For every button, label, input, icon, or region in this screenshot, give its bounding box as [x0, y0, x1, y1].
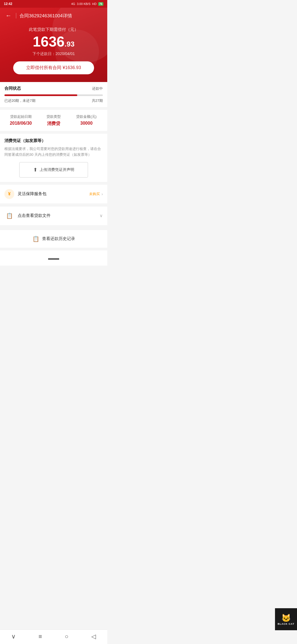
schedule-row[interactable]: ▬▬	[0, 250, 107, 266]
header-section: ← 合同3629246361004详情 此笔贷款下期需偿付（元） 1636.93…	[0, 8, 107, 82]
contract-status-header: 合同状态 还款中	[0, 82, 107, 93]
history-icon: 📋	[32, 236, 39, 242]
repayment-status-tag: 还款中	[92, 86, 103, 91]
nav-row: ← 合同3629246361004详情	[4, 8, 103, 23]
amount-integer: 1636	[33, 34, 65, 50]
loan-start-date-label: 贷款起始日期	[4, 114, 37, 119]
status-time: 12:42	[4, 2, 12, 6]
loan-type-value: 消费贷	[37, 121, 70, 127]
voucher-description: 根据法规要求，我公司需要对您的贷款用途进行核查，请在合同签署成功后的30 天内上…	[4, 146, 103, 158]
upload-icon: ⬆	[33, 167, 37, 173]
document-icon: 📋	[6, 212, 13, 219]
nav-divider	[16, 13, 16, 18]
amount-decimal: .93	[65, 40, 75, 48]
page-title: 合同3629246361004详情	[20, 13, 72, 19]
progress-bar-background	[4, 94, 103, 96]
chevron-right-icon: ›	[101, 192, 103, 196]
progress-paid-label: 已还20期，未还7期	[4, 98, 35, 103]
schedule-icon: ▬▬	[48, 255, 59, 261]
loan-amount-col: 贷款金额(元) 30000	[70, 114, 103, 127]
history-label: 查看还款历史记录	[42, 236, 75, 241]
loan-amount-value: 30000	[70, 121, 103, 126]
loan-amount-label: 贷款金额(元)	[70, 114, 103, 119]
document-row[interactable]: 📋 点击查看贷款文件 ∨	[0, 206, 107, 225]
document-row-label: 点击查看贷款文件	[18, 213, 100, 218]
status-bar: 12:42 4G 3.00 KB/S HD 76	[0, 0, 107, 8]
bottom-padding	[0, 268, 107, 285]
chevron-down-icon: ∨	[100, 213, 103, 218]
history-row[interactable]: 📋 查看还款历史记录	[0, 230, 107, 248]
loan-start-date-value: 2018/06/30	[4, 121, 37, 126]
amount-display: 1636.93	[4, 34, 103, 49]
signal-indicator: 4G	[71, 2, 75, 6]
section-gap	[0, 228, 107, 230]
progress-total-label: 共27期	[92, 98, 103, 103]
quality-indicator: HD	[92, 2, 97, 6]
loan-info-row: 贷款起始日期 2018/06/30 贷款类型 消费贷 贷款金额(元) 30000	[0, 110, 107, 131]
voucher-section: 消费凭证（如发票等） 根据法规要求，我公司需要对您的贷款用途进行核查，请在合同签…	[0, 134, 107, 182]
contract-status-title: 合同状态	[4, 86, 21, 91]
loan-type-col: 贷款类型 消费贷	[37, 114, 70, 127]
service-package-icon-wrap: ¥	[4, 189, 14, 199]
due-date-label: 下个还款日：2020/04/01	[4, 51, 103, 56]
status-right: 4G 3.00 KB/S HD 76	[71, 2, 103, 6]
contract-status-section: 合同状态 还款中 已还20期，未还7期 共27期	[0, 82, 107, 107]
upload-button-label: 上传消费凭证并声明	[40, 167, 74, 172]
battery-indicator: 76	[98, 2, 103, 6]
yuan-icon: ¥	[8, 192, 11, 197]
back-button[interactable]: ←	[4, 11, 13, 20]
header-subtitle: 此笔贷款下期需偿付（元）	[4, 27, 103, 32]
upload-voucher-button[interactable]: ⬆ 上传消费凭证并声明	[19, 162, 88, 178]
document-icon-wrap: 📋	[4, 211, 14, 221]
voucher-title: 消费凭证（如发票等）	[4, 138, 103, 143]
service-package-status: 未购买	[89, 192, 100, 197]
service-package-label: 灵活保障服务包	[18, 191, 89, 197]
progress-bar-fill	[4, 94, 77, 96]
speed-indicator: 3.00 KB/S	[77, 2, 90, 6]
loan-type-label: 贷款类型	[37, 114, 70, 119]
service-package-row[interactable]: ¥ 灵活保障服务包 未购买 ›	[0, 185, 107, 203]
repay-all-button[interactable]: 立即偿付所有合同 ¥1636.93	[13, 61, 94, 74]
loan-start-date-col: 贷款起始日期 2018/06/30	[4, 114, 37, 127]
progress-info: 已还20期，未还7期 共27期	[0, 98, 107, 107]
